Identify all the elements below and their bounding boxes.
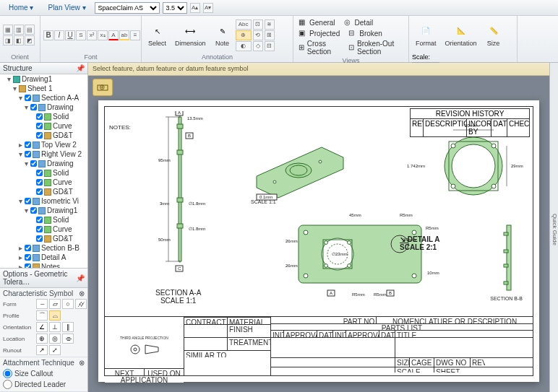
symbol-cell[interactable]: ⌭ (75, 299, 87, 309)
hilite[interactable]: ab (119, 30, 129, 40)
general-view[interactable]: ▦General (296, 17, 338, 27)
abc-btn[interactable]: Abc (236, 19, 252, 30)
brokenout-view[interactable]: ⊡Broken-Out Section (346, 39, 405, 56)
tree-item[interactable]: ▾Drawing1 (0, 206, 87, 215)
underline[interactable]: U (65, 30, 75, 40)
tree-item[interactable]: ▾Right View 2 (0, 149, 87, 159)
svg-text:29mm: 29mm (511, 164, 523, 168)
grow-font[interactable]: A▴ (190, 3, 200, 13)
quick-guide-tab[interactable]: Quick Guide (549, 63, 558, 392)
pin-icon-2[interactable]: 📌 (76, 274, 85, 282)
ann6[interactable]: ⊟ (265, 41, 275, 51)
tree-item[interactable]: ▸Notes (0, 262, 87, 268)
shrink-font[interactable]: A▾ (203, 3, 213, 13)
svg-text:∅1.8mm: ∅1.8mm (189, 227, 205, 231)
symbol-cell[interactable]: ⊥ (49, 322, 61, 332)
gtol-btn[interactable]: ⊕ (236, 30, 252, 40)
bold[interactable]: B (43, 30, 53, 40)
size-btn[interactable]: 📏Size (482, 17, 505, 52)
note-tool[interactable]: ✎Note (211, 18, 234, 53)
symbol-cell[interactable]: ∥ (62, 322, 74, 332)
strike[interactable]: S (76, 30, 86, 40)
tree-item[interactable]: Solid (0, 112, 87, 121)
ann4[interactable]: ≋ (265, 19, 275, 30)
ann3[interactable]: ◇ (253, 41, 263, 51)
super[interactable]: x² (87, 30, 97, 40)
sub[interactable]: x₂ (98, 30, 108, 40)
symbol-cell[interactable]: ⏤ (36, 299, 48, 309)
symbol-cell[interactable]: ○ (62, 299, 74, 309)
symbol-cell[interactable]: ⌓ (49, 310, 61, 321)
radio-size-callout[interactable]: Size Callout (3, 368, 85, 379)
select-tool[interactable]: ↖Select (145, 18, 170, 53)
home-menu[interactable]: Home ▾ (3, 2, 39, 13)
ann5[interactable]: ⊞ (265, 30, 275, 40)
tree-item[interactable]: Curve (0, 178, 87, 187)
symbol-cell[interactable]: ∠ (36, 322, 48, 332)
tree-item[interactable]: ▾Drawing1 (0, 74, 87, 84)
font-select[interactable]: SpaceClaim AS (95, 2, 160, 14)
tree-item[interactable]: Curve (0, 121, 87, 131)
collapse-icon[interactable]: ⊗ (79, 289, 85, 297)
tree-item[interactable]: ▸Section B-B (0, 243, 87, 253)
ori-iso[interactable]: ◨ (3, 35, 13, 45)
tree-item[interactable]: ▾Drawing (0, 103, 87, 112)
broken-view[interactable]: ⊟Broken (346, 28, 385, 38)
tree-item[interactable]: ▸Top View 2 (0, 140, 87, 149)
cross-icon: ⊞ (299, 43, 305, 52)
tree-item[interactable]: ▾Sheet 1 (0, 84, 87, 93)
svg-text:3mm: 3mm (160, 201, 169, 206)
tree-item[interactable]: Solid (0, 215, 87, 225)
format-btn[interactable]: 📄Format (412, 17, 440, 52)
structure-tree[interactable]: ▾Drawing1▾Sheet 1▾Section A-A▾DrawingSol… (0, 74, 87, 268)
pin-icon[interactable]: 📌 (76, 64, 85, 72)
symbol-cell[interactable]: ⌒ (36, 310, 48, 321)
ori-front[interactable]: ▥ (14, 25, 24, 35)
symbol-cell[interactable]: ▱ (49, 299, 61, 309)
tree-item[interactable]: ▾Isometric Vi (0, 196, 87, 206)
weld-btn[interactable]: ◐ (236, 41, 252, 51)
drawing-canvas[interactable]: Select feature, datum feature or datum f… (88, 63, 549, 392)
tree-item[interactable]: ▸Detail A (0, 253, 87, 262)
brokenout-icon: ⊡ (348, 43, 355, 52)
tree-item[interactable]: Solid (0, 168, 87, 178)
ann1[interactable]: ⊡ (253, 19, 263, 30)
svg-text:∅23mm: ∅23mm (332, 252, 348, 256)
color[interactable]: A (108, 30, 119, 40)
symbol-cell[interactable]: ↗ (36, 345, 48, 355)
plan-view[interactable]: Plan View ▾ (42, 2, 91, 13)
tree-item[interactable]: ▾Drawing (0, 159, 87, 168)
tree-item[interactable]: GD&T (0, 234, 87, 243)
dimension-icon: ⟷ (182, 23, 198, 39)
ori-right[interactable]: ▤ (25, 25, 35, 35)
ori-top[interactable]: ▦ (3, 25, 13, 35)
fontsize-select[interactable]: 3.5 (163, 2, 187, 14)
broken-icon: ⊟ (348, 29, 357, 38)
symbol-cell[interactable]: ◎ (49, 334, 61, 344)
symbol-cell[interactable]: ⌯ (62, 334, 74, 344)
italic[interactable]: I (54, 30, 64, 40)
tree-item[interactable]: GD&T (0, 131, 87, 140)
tree-item[interactable]: GD&T (0, 187, 87, 196)
svg-rect-70 (504, 264, 508, 267)
ori-left[interactable]: ◩ (25, 35, 35, 45)
collapse-icon-2[interactable]: ⊗ (79, 359, 85, 367)
cross-section-view[interactable]: ⊞Cross Section (296, 39, 342, 56)
symbol-cell[interactable]: ⊕ (36, 334, 48, 344)
svg-point-73 (134, 348, 137, 351)
hint-bar: Select feature, datum feature or datum f… (88, 63, 549, 76)
svg-rect-69 (504, 250, 508, 253)
detail-view[interactable]: ◎Detail (342, 17, 376, 27)
dimension-tool[interactable]: ⟷Dimension (171, 18, 210, 53)
radio-directed-leader[interactable]: Directed Leader (3, 379, 85, 390)
tree-item[interactable]: ▾Section A-A (0, 93, 87, 103)
symbol-cell[interactable]: ⤢ (49, 345, 61, 355)
ori-back[interactable]: ◧ (14, 35, 24, 45)
ann2[interactable]: ⟲ (253, 30, 263, 40)
align[interactable]: ≡ (130, 30, 140, 40)
orientation-btn[interactable]: 📐Orientation (442, 17, 481, 52)
svg-text:R5mm: R5mm (426, 226, 439, 230)
svg-point-32 (492, 144, 496, 148)
projected-view[interactable]: ▣Projected (296, 28, 342, 38)
tree-item[interactable]: Curve (0, 225, 87, 234)
